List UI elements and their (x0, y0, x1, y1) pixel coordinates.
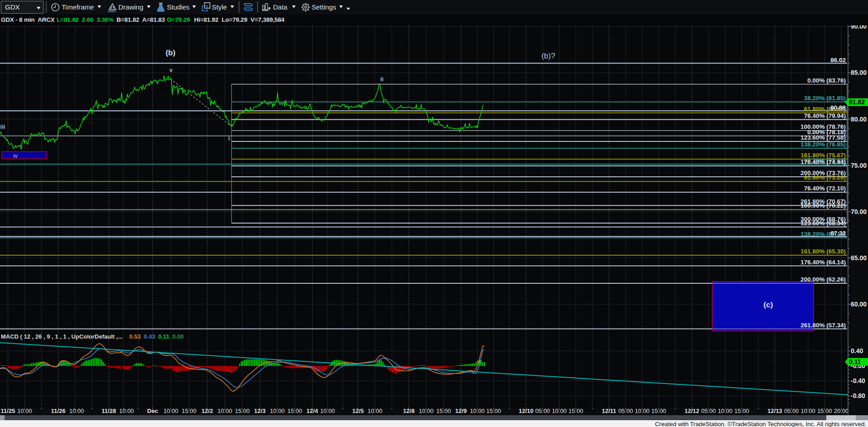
svg-text:176.40% (64.14): 176.40% (64.14) (800, 259, 846, 266)
svg-text:15:00: 15:00 (651, 408, 666, 414)
svg-text:10:00: 10:00 (119, 408, 134, 414)
svg-text:0.11: 0.11 (849, 358, 861, 365)
svg-text:12/13: 12/13 (767, 408, 782, 414)
svg-text:60.00: 60.00 (851, 301, 867, 308)
svg-text:86.02: 86.02 (830, 57, 846, 63)
svg-text:10:00: 10:00 (419, 408, 434, 414)
svg-text:20:00: 20:00 (834, 408, 849, 414)
svg-text:10:00: 10:00 (552, 408, 567, 414)
svg-text:67.32: 67.32 (830, 230, 846, 237)
svg-text:15:00: 15:00 (288, 408, 302, 414)
svg-text:123.60% (77.58): 123.60% (77.58) (800, 134, 846, 141)
svg-text:76.40% (79.94): 76.40% (79.94) (804, 112, 846, 119)
svg-text:161.80% (75.67): 161.80% (75.67) (800, 152, 846, 159)
svg-text:(b): (b) (166, 49, 176, 57)
svg-text:200.00% (62.26): 200.00% (62.26) (800, 276, 846, 283)
svg-text:176.40% (74.94): 176.40% (74.94) (800, 159, 846, 165)
svg-text:38.20% (81.85): 38.20% (81.85) (804, 95, 846, 102)
svg-text:0.00: 0.00 (172, 333, 184, 340)
svg-text:0.11: 0.11 (158, 333, 170, 340)
svg-text:261.80% (57.34): 261.80% (57.34) (800, 322, 846, 329)
svg-text:138.20% (76.85): 138.20% (76.85) (800, 141, 846, 148)
svg-text:10:00: 10:00 (270, 408, 285, 414)
svg-text:12/3: 12/3 (254, 408, 265, 414)
svg-text:10:00: 10:00 (635, 408, 650, 414)
svg-text:0.43: 0.43 (144, 333, 155, 340)
svg-text:161.80% (65.30): 161.80% (65.30) (800, 248, 846, 255)
svg-text:0.40: 0.40 (851, 347, 863, 354)
svg-text:12/8: 12/8 (403, 408, 414, 414)
svg-text:81.82: 81.82 (849, 98, 865, 106)
svg-text:11/25: 11/25 (1, 408, 15, 414)
svg-text:12/9: 12/9 (455, 408, 467, 414)
svg-text:iii: iii (0, 123, 5, 130)
svg-text:MACD ( 12 , 26 , 9 , 1 , 1 , U: MACD ( 12 , 26 , 9 , 1 , 1 , UpColorDefa… (1, 333, 123, 340)
svg-text:iv: iv (13, 152, 18, 159)
svg-text:100.00% (78.76): 100.00% (78.76) (800, 123, 846, 130)
svg-text:15:00: 15:00 (486, 408, 501, 414)
svg-text:Dec: Dec (147, 408, 158, 414)
svg-text:10:00: 10:00 (69, 408, 84, 414)
svg-text:11/26: 11/26 (51, 408, 66, 414)
svg-text:65.00: 65.00 (851, 254, 867, 262)
svg-text:200.00% (73.76): 200.00% (73.76) (800, 170, 846, 176)
svg-text:05:00: 05:00 (784, 408, 799, 414)
svg-text:(b)?: (b)? (541, 52, 555, 60)
svg-text:05:00: 05:00 (701, 408, 716, 414)
svg-text:15:00: 15:00 (817, 408, 832, 414)
svg-text:12/12: 12/12 (685, 408, 700, 414)
svg-text:12/11: 12/11 (602, 408, 616, 414)
svg-text:12/4: 12/4 (307, 408, 318, 414)
svg-text:10:00: 10:00 (470, 408, 485, 414)
svg-text:80.88: 80.88 (830, 104, 846, 111)
svg-text:10:00: 10:00 (320, 408, 335, 414)
svg-text:ii: ii (380, 76, 383, 82)
svg-text:12/10: 12/10 (519, 408, 534, 414)
svg-text:05:00: 05:00 (535, 408, 550, 414)
svg-text:15:00: 15:00 (436, 408, 451, 414)
svg-text:10:00: 10:00 (718, 408, 733, 414)
svg-text:80.00: 80.00 (851, 116, 867, 123)
svg-text:85.00: 85.00 (851, 69, 867, 76)
svg-text:75.00: 75.00 (851, 162, 867, 169)
svg-text:76.40% (72.10): 76.40% (72.10) (804, 185, 846, 192)
svg-text:0.53: 0.53 (129, 333, 141, 340)
svg-text:10:00: 10:00 (17, 408, 32, 414)
svg-text:v: v (169, 67, 173, 73)
svg-text:15:00: 15:00 (568, 408, 583, 414)
svg-text:70.00: 70.00 (851, 208, 867, 215)
svg-text:15:00: 15:00 (182, 408, 197, 414)
svg-text:90.00: 90.00 (851, 25, 867, 30)
svg-text:11/28: 11/28 (102, 408, 116, 414)
svg-text:05:00: 05:00 (618, 408, 633, 414)
svg-text:i: i (228, 135, 230, 142)
svg-text:261.80% (70.67): 261.80% (70.67) (800, 198, 846, 205)
svg-text:-0.80: -0.80 (851, 392, 865, 399)
svg-text:10:00: 10:00 (163, 408, 178, 414)
svg-text:12/5: 12/5 (352, 408, 364, 414)
svg-text:0.00% (83.76): 0.00% (83.76) (807, 77, 846, 84)
svg-text:300.00% (68.76): 300.00% (68.76) (800, 216, 846, 223)
svg-text:10:00: 10:00 (368, 408, 383, 414)
svg-text:10:00: 10:00 (217, 408, 232, 414)
svg-text:15:00: 15:00 (734, 408, 749, 414)
svg-text:-0.40: -0.40 (851, 377, 865, 384)
svg-text:(c): (c) (764, 301, 773, 309)
svg-text:10:00: 10:00 (801, 408, 816, 414)
svg-text:12/2: 12/2 (201, 408, 213, 414)
svg-text:15:00: 15:00 (235, 408, 250, 414)
